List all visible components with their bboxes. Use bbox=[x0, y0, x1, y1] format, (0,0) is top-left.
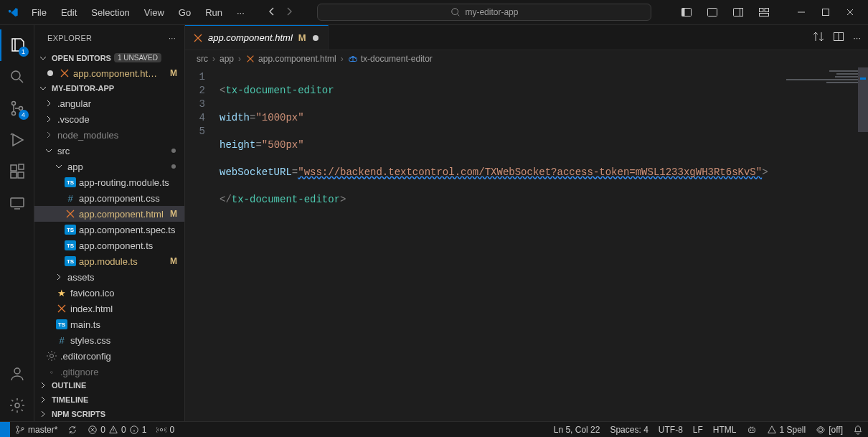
encoding[interactable]: UTF-8 bbox=[654, 422, 688, 437]
git-dirty-dot-icon bbox=[171, 164, 176, 169]
ports[interactable]: 0 bbox=[151, 422, 179, 437]
crumb-file[interactable]: app.component.html bbox=[245, 54, 336, 64]
tabbar: app.component.html M ··· bbox=[185, 25, 868, 50]
indentation[interactable]: Spaces: 4 bbox=[605, 422, 653, 437]
section-timeline[interactable]: TIMELINE bbox=[34, 393, 184, 407]
nav-back-icon[interactable] bbox=[266, 6, 278, 19]
crumb-app[interactable]: app bbox=[220, 54, 234, 64]
notifications[interactable] bbox=[848, 422, 868, 437]
svg-rect-6 bbox=[740, 9, 743, 17]
file-index[interactable]: index.html bbox=[34, 301, 184, 316]
activity-debug[interactable] bbox=[0, 124, 34, 156]
window-maximize-icon[interactable] bbox=[813, 2, 838, 22]
activity-settings[interactable] bbox=[0, 390, 34, 421]
folder-app[interactable]: app bbox=[34, 159, 184, 174]
open-editor-item[interactable]: app.component.ht… M bbox=[34, 65, 184, 81]
chevron-right-icon bbox=[37, 395, 49, 404]
layout-sidebar-right-icon[interactable] bbox=[726, 2, 750, 22]
activity-scm[interactable]: 4 bbox=[0, 93, 34, 124]
menu-edit[interactable]: Edit bbox=[55, 4, 82, 21]
html-file-icon bbox=[59, 67, 70, 79]
section-open-editors[interactable]: OPEN EDITORS 1 unsaved bbox=[34, 50, 184, 65]
svg-point-25 bbox=[16, 426, 19, 428]
command-center-search[interactable]: my-editor-app bbox=[317, 4, 651, 21]
crumb-symbol[interactable]: tx-document-editor bbox=[348, 54, 433, 64]
file-app-routing[interactable]: TS app-routing.module.ts bbox=[34, 174, 184, 190]
file-favicon[interactable]: ★ favicon.ico bbox=[34, 285, 184, 301]
file-tree: .angular .vscode node_modules src app bbox=[34, 95, 184, 378]
chevron-right-icon bbox=[37, 381, 49, 390]
symbol-object-icon bbox=[348, 54, 358, 64]
git-branch[interactable]: master* bbox=[10, 422, 62, 437]
folder-assets[interactable]: assets bbox=[34, 269, 184, 285]
folder-vscode[interactable]: .vscode bbox=[34, 111, 184, 127]
breadcrumb[interactable]: src › app › app.component.html › tx-docu… bbox=[185, 50, 868, 67]
customize-layout-icon[interactable] bbox=[752, 2, 776, 22]
chevron-right-icon: › bbox=[212, 54, 215, 64]
file-app-ts[interactable]: TS app.component.ts bbox=[34, 238, 184, 253]
svg-point-11 bbox=[11, 71, 20, 80]
minimap[interactable] bbox=[779, 67, 858, 421]
menu-more[interactable]: ··· bbox=[231, 4, 250, 21]
section-workspace[interactable]: MY-EDITOR-APP bbox=[34, 81, 184, 95]
cursor-position[interactable]: Ln 5, Col 22 bbox=[549, 422, 605, 437]
copilot-status[interactable] bbox=[742, 422, 762, 437]
crumb-src[interactable]: src bbox=[197, 54, 208, 64]
layout-panel-icon[interactable] bbox=[700, 2, 725, 22]
explorer-badge: 1 bbox=[19, 47, 29, 57]
file-styles[interactable]: # styles.css bbox=[34, 332, 184, 348]
problems[interactable]: 0 0 1 bbox=[82, 422, 151, 437]
svg-rect-2 bbox=[682, 9, 685, 17]
file-main[interactable]: TS main.ts bbox=[34, 316, 184, 332]
spell-check[interactable]: 1 Spell bbox=[762, 422, 811, 437]
tab-more-icon[interactable]: ··· bbox=[853, 32, 861, 43]
file-app-html[interactable]: app.component.html M bbox=[34, 206, 184, 222]
activity-remote[interactable] bbox=[0, 187, 34, 219]
svg-point-32 bbox=[750, 429, 751, 431]
folder-angular[interactable]: .angular bbox=[34, 95, 184, 111]
screencast-mode[interactable]: [off] bbox=[811, 422, 848, 437]
menu-view[interactable]: View bbox=[138, 4, 170, 21]
svg-point-26 bbox=[16, 431, 19, 433]
svg-rect-8 bbox=[765, 9, 769, 12]
folder-src[interactable]: src bbox=[34, 143, 184, 159]
file-gitignore[interactable]: ◦ .gitignore bbox=[34, 364, 184, 378]
remote-indicator[interactable] bbox=[0, 422, 10, 437]
svg-point-12 bbox=[11, 102, 15, 105]
menu-run[interactable]: Run bbox=[199, 4, 228, 21]
language-mode[interactable]: HTML bbox=[708, 422, 742, 437]
file-app-css[interactable]: # app.component.css bbox=[34, 190, 184, 206]
menu-selection[interactable]: Selection bbox=[85, 4, 135, 21]
activity-explorer[interactable]: 1 bbox=[0, 29, 34, 61]
window-close-icon[interactable] bbox=[838, 2, 862, 22]
folder-node-modules[interactable]: node_modules bbox=[34, 127, 184, 143]
code-editor[interactable]: 1 2 3 4 5 <tx-document-editor width="100… bbox=[185, 67, 868, 421]
nav-forward-icon[interactable] bbox=[283, 6, 295, 19]
workspace-label: MY-EDITOR-APP bbox=[52, 84, 114, 93]
split-editor-icon[interactable] bbox=[833, 31, 844, 44]
section-npm-scripts[interactable]: NPM SCRIPTS bbox=[34, 407, 184, 421]
compare-changes-icon[interactable] bbox=[813, 31, 824, 44]
window-minimize-icon[interactable] bbox=[789, 2, 813, 22]
tab-app-component-html[interactable]: app.component.html M bbox=[185, 25, 329, 50]
git-sync[interactable] bbox=[62, 422, 82, 437]
code-content[interactable]: <tx-document-editor width="1000px" heigh… bbox=[214, 67, 868, 421]
file-app-spec[interactable]: TS app.component.spec.ts bbox=[34, 222, 184, 238]
layout-sidebar-left-icon[interactable] bbox=[674, 2, 699, 22]
svg-point-30 bbox=[161, 428, 164, 431]
activity-account[interactable] bbox=[0, 358, 34, 390]
scrollbar-overview[interactable] bbox=[858, 67, 868, 132]
search-icon bbox=[450, 7, 461, 17]
html-file-icon bbox=[192, 32, 204, 44]
file-app-module[interactable]: TS app.module.ts M bbox=[34, 253, 184, 269]
tab-unsaved-dot-icon[interactable] bbox=[311, 33, 321, 43]
eol[interactable]: LF bbox=[688, 422, 708, 437]
menu-go[interactable]: Go bbox=[173, 4, 197, 21]
activity-extensions[interactable] bbox=[0, 156, 34, 187]
menu-file[interactable]: File bbox=[26, 4, 52, 21]
file-editorconfig[interactable]: .editorconfig bbox=[34, 348, 184, 364]
section-outline[interactable]: OUTLINE bbox=[34, 378, 184, 393]
sidebar-more-icon[interactable]: ··· bbox=[169, 34, 176, 42]
svg-point-13 bbox=[11, 112, 15, 116]
activity-search[interactable] bbox=[0, 61, 34, 93]
